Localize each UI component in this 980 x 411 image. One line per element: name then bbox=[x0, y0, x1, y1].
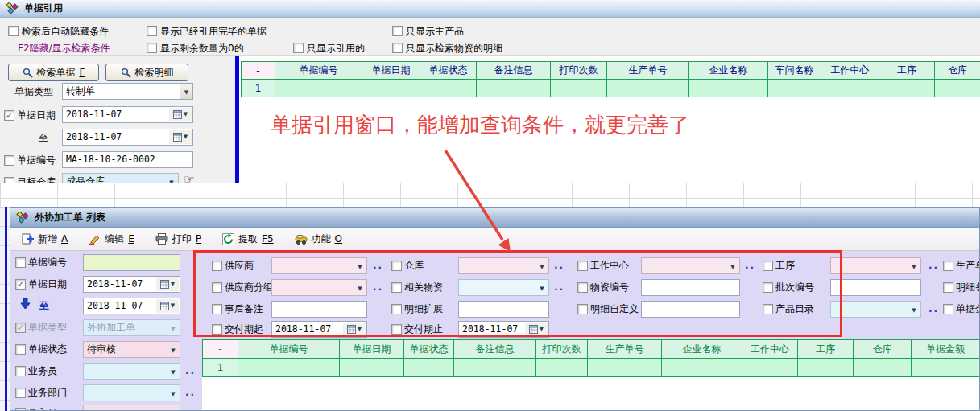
checkbox-post-remark[interactable] bbox=[212, 304, 222, 314]
checkbox-delivery-to[interactable] bbox=[391, 324, 402, 335]
table-cell[interactable] bbox=[912, 359, 980, 377]
table-cell[interactable] bbox=[238, 359, 340, 377]
table-cell[interactable] bbox=[689, 80, 768, 97]
doc-type-combo[interactable]: 转制单 bbox=[62, 83, 193, 100]
column-header[interactable]: 打印次数 bbox=[551, 62, 607, 80]
column-header[interactable]: - bbox=[242, 62, 275, 80]
checkbox-salesman[interactable] bbox=[15, 366, 26, 376]
column-header[interactable]: 工作中心 bbox=[821, 62, 879, 80]
edit-button[interactable]: 编辑E bbox=[89, 232, 134, 246]
column-header[interactable]: 单据编号 bbox=[238, 340, 340, 359]
column-header[interactable]: 仓库 bbox=[935, 62, 980, 80]
checkbox-show-main-product-only[interactable] bbox=[392, 26, 403, 36]
doc-status-combo[interactable]: 待审核 bbox=[83, 341, 180, 358]
material-no-input[interactable] bbox=[641, 279, 740, 296]
browse-dots-button[interactable]: .. bbox=[185, 387, 196, 398]
column-header[interactable]: 工序 bbox=[879, 62, 935, 80]
table-cell[interactable] bbox=[798, 359, 854, 377]
column-header[interactable]: - bbox=[203, 340, 238, 359]
detail-custom-input[interactable] bbox=[641, 301, 740, 318]
checkbox-show-fully-referenced[interactable] bbox=[147, 26, 157, 36]
column-header[interactable]: 单据状态 bbox=[404, 340, 454, 359]
column-header[interactable]: 仓库 bbox=[854, 340, 912, 359]
column-header[interactable]: 单据编号 bbox=[275, 62, 362, 80]
checkbox-doc-no[interactable] bbox=[4, 155, 14, 166]
warehouse-combo[interactable] bbox=[458, 257, 549, 274]
column-header[interactable]: 车间名称 bbox=[768, 62, 821, 80]
checkbox-work-center[interactable] bbox=[577, 261, 588, 271]
extract-button[interactable]: 提取F5 bbox=[222, 232, 274, 246]
function-button[interactable]: 功能O bbox=[295, 232, 342, 246]
table-cell[interactable] bbox=[742, 359, 798, 377]
calendar-icon[interactable] bbox=[169, 130, 192, 144]
column-header[interactable]: 备注信息 bbox=[477, 62, 551, 80]
checkbox-show-zero-remaining[interactable] bbox=[147, 43, 157, 53]
column-header[interactable]: 打印次数 bbox=[536, 340, 588, 359]
column-header[interactable]: 生产单号 bbox=[607, 62, 689, 80]
checkbox-show-referenced-only[interactable] bbox=[293, 43, 304, 53]
checkbox-doc-date[interactable] bbox=[15, 279, 26, 290]
checkbox-production-no[interactable] bbox=[943, 261, 953, 271]
table-cell[interactable] bbox=[588, 359, 662, 377]
browse-dots-button[interactable]: .. bbox=[928, 260, 939, 271]
search-documents-button[interactable]: 检索单据 F bbox=[8, 64, 99, 81]
column-header[interactable]: 生产单号 bbox=[588, 340, 662, 359]
column-header[interactable]: 单据状态 bbox=[420, 62, 477, 80]
browse-dots-button[interactable]: .. bbox=[745, 260, 755, 271]
browse-dots-button[interactable]: .. bbox=[554, 260, 564, 271]
column-header[interactable]: 企业名称 bbox=[689, 62, 768, 80]
entry-clerk-combo[interactable] bbox=[83, 405, 180, 411]
doc-date-field[interactable]: 2018-11-07 bbox=[62, 106, 193, 123]
table-cell[interactable] bbox=[536, 359, 588, 377]
checkbox-warehouse[interactable] bbox=[391, 261, 402, 271]
add-button[interactable]: 新增A bbox=[22, 232, 68, 246]
calendar-icon[interactable] bbox=[156, 277, 179, 291]
browse-dots-button[interactable]: .. bbox=[185, 365, 196, 376]
checkbox-batch-no[interactable] bbox=[763, 282, 773, 293]
table-cell[interactable] bbox=[879, 80, 935, 97]
delivery-to-field[interactable]: 2018-11-07 bbox=[458, 321, 549, 338]
table-cell[interactable] bbox=[362, 80, 420, 97]
column-header[interactable]: 工序 bbox=[798, 340, 854, 359]
date-to-field[interactable]: 2018-11-07 bbox=[83, 298, 180, 314]
checkbox-doc-status[interactable] bbox=[15, 344, 26, 355]
checkbox-department[interactable] bbox=[15, 388, 26, 398]
checkbox-delivery-from[interactable] bbox=[212, 324, 222, 335]
print-button[interactable]: 打印P bbox=[155, 232, 201, 246]
related-material-combo[interactable] bbox=[458, 279, 549, 296]
checkbox-related-material[interactable] bbox=[391, 282, 402, 293]
browse-dots-button[interactable]: .. bbox=[554, 282, 564, 293]
checkbox-product-catalog[interactable] bbox=[763, 304, 773, 314]
checkbox-doc-date[interactable] bbox=[4, 110, 14, 121]
browse-dots-button[interactable]: .. bbox=[373, 282, 383, 293]
checkbox-supplier-group[interactable] bbox=[212, 282, 222, 293]
supplier-combo[interactable] bbox=[271, 257, 367, 274]
column-header[interactable]: 单据金额 bbox=[912, 340, 980, 359]
work-center-combo[interactable] bbox=[641, 257, 740, 274]
delivery-from-field[interactable]: 2018-11-07 bbox=[271, 321, 367, 338]
checkbox-auto-hide-conditions[interactable] bbox=[8, 26, 19, 36]
browse-dots-button[interactable]: .. bbox=[373, 260, 383, 271]
calendar-icon[interactable] bbox=[169, 108, 192, 121]
checkbox-material-no[interactable] bbox=[577, 282, 588, 293]
checkbox-entry-clerk[interactable] bbox=[15, 408, 26, 411]
date-to-field[interactable]: 2018-11-07 bbox=[62, 129, 193, 146]
row-number[interactable]: 1 bbox=[242, 80, 275, 97]
bottom-window-titlebar[interactable]: 外协加工单 列表 bbox=[10, 208, 979, 228]
calendar-icon[interactable] bbox=[525, 323, 548, 336]
department-combo[interactable] bbox=[83, 384, 180, 401]
doc-date-field[interactable]: 2018-11-07 bbox=[83, 276, 180, 293]
top-window-titlebar[interactable]: 单据引用 bbox=[0, 0, 980, 18]
table-cell[interactable] bbox=[854, 359, 912, 377]
checkbox-detail-extend[interactable] bbox=[391, 304, 402, 314]
column-header[interactable]: 单据日期 bbox=[340, 340, 404, 359]
column-header[interactable]: 单据日期 bbox=[362, 62, 420, 80]
search-details-button[interactable]: 检索明细 bbox=[105, 64, 188, 81]
table-cell[interactable] bbox=[662, 359, 742, 377]
table-cell[interactable] bbox=[935, 80, 980, 97]
column-header[interactable]: 企业名称 bbox=[662, 340, 742, 359]
post-remark-input[interactable] bbox=[271, 301, 367, 318]
checkbox-process[interactable] bbox=[763, 261, 773, 271]
table-cell[interactable] bbox=[768, 80, 821, 97]
table-cell[interactable] bbox=[420, 80, 477, 97]
